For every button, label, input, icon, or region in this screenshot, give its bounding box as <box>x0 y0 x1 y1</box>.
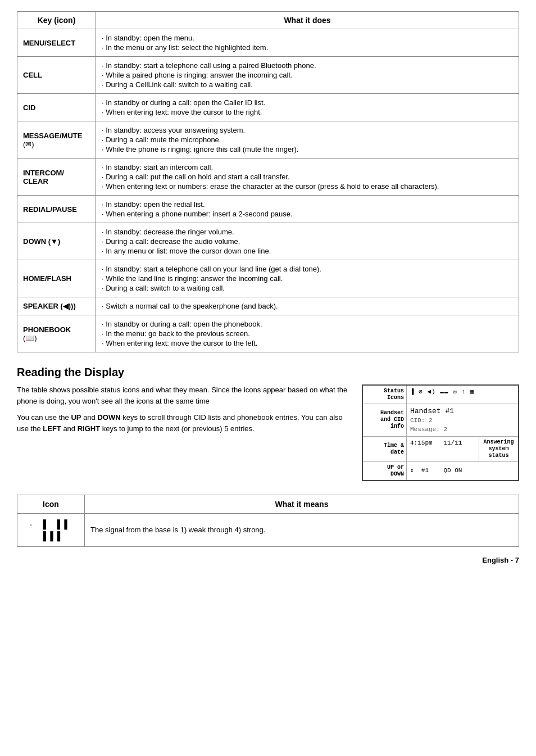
updown-row: UP orDOWN ⇕ #1 QD ON <box>363 462 518 480</box>
icon-cell-0: · ▐ ▐▐ ▐▐▐ <box>17 513 85 546</box>
para2-down: DOWN <box>97 413 120 422</box>
desc-item-5-0: In standby: open the redial list. <box>102 200 513 209</box>
key-cell-1: CELL <box>17 57 96 94</box>
icon-meaning-table: Icon What it means · ▐ ▐▐ ▐▐▐The signal … <box>17 495 519 547</box>
reading-paragraph1: The table shows possible status icons an… <box>17 384 351 406</box>
desc-item-0-1: In the menu or any list: select the high… <box>102 43 513 52</box>
desc-item-3-2: While the phone is ringing: ignore this … <box>102 144 513 154</box>
status-row: StatusIcons ▐ ∅ ◀) ▬▬ ✉ ↑ ▦ <box>363 386 518 404</box>
col2-header: What it does <box>96 12 519 29</box>
handset-text: Handset #1 <box>410 406 515 417</box>
desc-item-1-2: During a CellLink call: switch to a wait… <box>102 80 513 89</box>
cid-text: CID: 2 <box>410 417 515 425</box>
key-icon-9: (📖) <box>23 334 37 342</box>
desc-cell-0: In standby: open the menu.In the menu or… <box>96 29 519 57</box>
handset-content: Handset #1 CID: 2 Message: 2 <box>407 404 518 436</box>
answering-status: Answeringsystemstatus <box>479 437 518 461</box>
desc-item-4-2: When entering text or numbers: erase the… <box>102 182 513 191</box>
desc-cell-3: In standby: access your answering system… <box>96 121 519 159</box>
phone-screen: StatusIcons ▐ ∅ ◀) ▬▬ ✉ ↑ ▦ Handsetand C… <box>362 384 519 481</box>
desc-item-1-0: In standby: start a telephone call using… <box>102 61 513 70</box>
desc-cell-7: In standby: start a telephone call on yo… <box>96 260 519 297</box>
desc-item-5-1: When entering a phone number: insert a 2… <box>102 209 513 219</box>
desc-item-3-1: During a call: mute the microphone. <box>102 135 513 144</box>
desc-item-6-0: In standby: decrease the ringer volume. <box>102 227 513 237</box>
desc-item-1-1: While a paired phone is ringing: answer … <box>102 70 513 80</box>
updown-content: ⇕ #1 QD ON <box>407 462 518 480</box>
status-label: StatusIcons <box>363 386 407 404</box>
key-cell-5: REDIAL/PAUSE <box>17 196 96 223</box>
page-footer: English - 7 <box>17 556 519 564</box>
desc-item-6-1: During a call: decrease the audio volume… <box>102 237 513 246</box>
key-cell-8: SPEAKER (◀))) <box>17 297 96 315</box>
desc-cell-9: In standby or during a call: open the ph… <box>96 315 519 352</box>
time-label: Time &date <box>363 437 407 461</box>
icon-col-header: Icon <box>17 495 85 513</box>
para2-between1: and <box>81 413 97 422</box>
time-content: 4:15pm 11/11 <box>407 437 479 461</box>
page-number: English - 7 <box>482 556 519 564</box>
key-cell-9: PHONEBOOK(📖) <box>17 315 96 352</box>
phone-display-mockup: StatusIcons ▐ ∅ ◀) ▬▬ ✉ ↑ ▦ Handsetand C… <box>362 384 519 481</box>
col1-header: Key (icon) <box>17 12 96 29</box>
message-text: Message: 2 <box>410 425 515 434</box>
desc-item-9-0: In standby or during a call: open the ph… <box>102 319 513 329</box>
meaning-cell-0: The signal from the base is 1) weak thro… <box>85 513 519 546</box>
reading-display-section: Reading the Display The table shows poss… <box>17 366 519 481</box>
desc-cell-8: Switch a normal call to the speakerphone… <box>96 297 519 315</box>
desc-item-8-0: Switch a normal call to the speakerphone… <box>102 301 513 311</box>
time-row: Time &date 4:15pm 11/11 Answeringsystems… <box>363 437 518 462</box>
desc-item-4-1: During a call: put the call on hold and … <box>102 172 513 182</box>
desc-item-3-0: In standby: access your answering system… <box>102 125 513 135</box>
reading-paragraph2: You can use the UP and DOWN keys to scro… <box>17 412 351 434</box>
desc-item-7-0: In standby: start a telephone call on yo… <box>102 264 513 274</box>
para2-after-right: keys to jump to the next (or previous) 5… <box>100 424 255 433</box>
reading-display-title: Reading the Display <box>17 366 519 379</box>
key-cell-2: CID <box>17 94 96 121</box>
desc-cell-6: In standby: decrease the ringer volume.D… <box>96 223 519 260</box>
key-cell-7: HOME/FLASH <box>17 260 96 297</box>
key-cell-0: MENU/SELECT <box>17 29 96 57</box>
desc-cell-4: In standby: start an intercom call.Durin… <box>96 159 519 196</box>
key-icon-3: (✉) <box>23 140 34 148</box>
desc-item-2-0: In standby or during a call: open the Ca… <box>102 98 513 107</box>
reading-text: The table shows possible status icons an… <box>17 384 351 440</box>
desc-item-2-1: When entering text: move the cursor to t… <box>102 107 513 117</box>
key-cell-3: MESSAGE/MUTE(✉) <box>17 121 96 159</box>
desc-item-7-1: While the land line is ringing: answer t… <box>102 274 513 283</box>
para2-between2: and <box>61 424 78 433</box>
meaning-col-header: What it means <box>85 495 519 513</box>
desc-item-9-1: In the menu: go back to the previous scr… <box>102 329 513 338</box>
status-icons-content: ▐ ∅ ◀) ▬▬ ✉ ↑ ▦ <box>407 386 518 404</box>
desc-item-6-2: In any menu or list: move the cursor dow… <box>102 246 513 256</box>
para2-before-up: You can use the <box>17 413 71 422</box>
desc-item-0-0: In standby: open the menu. <box>102 33 513 43</box>
desc-cell-5: In standby: open the redial list.When en… <box>96 196 519 223</box>
para2-left: LEFT <box>43 424 61 433</box>
reading-content: The table shows possible status icons an… <box>17 384 519 481</box>
key-cell-6: DOWN (▼) <box>17 223 96 260</box>
desc-item-7-2: During a call: switch to a waiting call. <box>102 283 513 293</box>
para2-right: RIGHT <box>78 424 100 433</box>
handset-label: Handsetand CIDinfo <box>363 404 407 436</box>
updown-label: UP orDOWN <box>363 462 407 480</box>
key-cell-4: INTERCOM/CLEAR <box>17 159 96 196</box>
desc-item-4-0: In standby: start an intercom call. <box>102 162 513 172</box>
desc-item-9-2: When entering text: move the cursor to t… <box>102 338 513 348</box>
handset-row: Handsetand CIDinfo Handset #1 CID: 2 Mes… <box>363 404 518 437</box>
para2-up: UP <box>71 413 81 422</box>
key-icon-table: Key (icon) What it does MENU/SELECTIn st… <box>17 11 519 352</box>
desc-cell-2: In standby or during a call: open the Ca… <box>96 94 519 121</box>
desc-cell-1: In standby: start a telephone call using… <box>96 57 519 94</box>
